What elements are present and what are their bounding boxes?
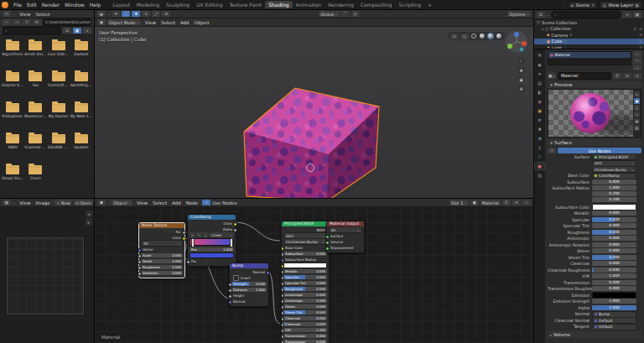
select-box-tool-icon[interactable]: ⬚ xyxy=(122,11,130,17)
outliner-row-cube[interactable]: ◼Cube▽⊙ xyxy=(534,39,644,45)
node-row-transmission-roughness[interactable]: Transmission Roughness0.000 xyxy=(283,339,327,343)
node-row-ior[interactable]: IOR1.450 xyxy=(283,327,327,332)
menu-select[interactable]: Select xyxy=(33,12,52,17)
folder-item[interactable]: Cool VideoSL.. xyxy=(48,39,70,68)
properties-tab-render[interactable]: ◉ xyxy=(535,61,544,68)
menu-add[interactable]: Add xyxy=(169,200,184,205)
move-tool-icon[interactable]: ✥ xyxy=(132,11,140,17)
input-height[interactable]: Height xyxy=(231,293,267,298)
folder-item[interactable]: GanttProject xyxy=(70,70,92,99)
link-tangent[interactable]: Default xyxy=(592,324,636,330)
slider-specular-tint[interactable]: 0.000 xyxy=(592,223,636,228)
preview-shape-shaderball[interactable]: ◉ xyxy=(634,118,640,124)
shading-material-button[interactable] xyxy=(487,33,494,39)
folder-item[interactable]: Updater xyxy=(70,132,92,161)
viewport-canvas[interactable]: User Perspective (1) Collection | Cube ⊙… xyxy=(95,27,533,198)
slider-clearcoat-roughness[interactable]: 0.030 xyxy=(592,268,636,273)
ramp-active-color[interactable] xyxy=(190,252,234,258)
input-volume[interactable]: Volume xyxy=(329,239,362,244)
pivot-point-icon[interactable]: ⊙ xyxy=(450,34,459,39)
preview-section-header[interactable]: ▼ Preview xyxy=(548,81,641,88)
checkbox-icon[interactable] xyxy=(233,275,239,281)
folder-item[interactable]: FromSoftware xyxy=(48,70,70,99)
input-displacement[interactable]: Displacement xyxy=(329,245,362,250)
dropdown-arrow-icon[interactable]: ⌄ xyxy=(13,200,15,205)
sidebar-toggle-icon[interactable]: ◂ xyxy=(86,210,92,217)
preview-shape-cloth[interactable]: ▨ xyxy=(634,125,640,131)
noise-param-scale[interactable]: Scale5.000 xyxy=(141,252,183,257)
ramp-remove-button[interactable]: − xyxy=(196,232,202,237)
outliner-row-collection[interactable]: ▾▢Collection☑⊙ xyxy=(534,26,644,33)
use-nodes-checkbox[interactable]: ✓ xyxy=(202,200,210,205)
node-row-base-color[interactable]: Base Color xyxy=(283,245,327,250)
noise-param-detail[interactable]: Detail2.000 xyxy=(141,258,183,263)
outliner-search-input[interactable]: ⌕ xyxy=(551,11,621,18)
node-row-roughness[interactable]: Roughness0.500 xyxy=(283,286,327,291)
slider-anisotropic[interactable]: 0.000 xyxy=(592,236,636,241)
properties-tab-particles[interactable]: ✱ xyxy=(535,126,544,133)
new-image-button[interactable]: ＋ New xyxy=(55,200,72,205)
node-material-output[interactable]: Material Output All⌄ SurfaceVolumeDispla… xyxy=(326,221,365,253)
slider-anisotropic-rotation[interactable]: 0.000 xyxy=(592,242,636,247)
folder-item[interactable]: Fax xyxy=(24,70,46,99)
options-menu[interactable]: Options⌄ xyxy=(507,11,531,17)
tool-toggle-icon[interactable]: ▸ xyxy=(86,219,92,226)
noise-param-roughness[interactable]: Roughness0.500 xyxy=(141,264,183,269)
outliner-row-scene-collection[interactable]: ▢Scene Collection xyxy=(534,19,644,26)
slider-alpha[interactable]: 1.000 xyxy=(592,305,636,310)
output-color[interactable]: Color xyxy=(190,221,234,226)
slot-specials-button[interactable]: ⌄ xyxy=(633,65,641,70)
bump-invert-checkbox[interactable]: Invert xyxy=(231,275,267,280)
open-image-button[interactable]: 🗀 Open xyxy=(74,200,93,205)
orientation-select[interactable]: Global⌄ xyxy=(319,11,339,17)
filter-icon[interactable]: ⋎ xyxy=(623,12,631,18)
scale-tool-icon[interactable]: ⤢ xyxy=(152,11,160,17)
properties-tab-physics[interactable]: ◔ xyxy=(535,135,544,142)
tab-compositing[interactable]: Compositing xyxy=(357,1,396,8)
slider-clearcoat[interactable]: 0.000 xyxy=(592,261,636,266)
material-slot-row[interactable]: ● Material xyxy=(548,52,631,58)
visibility-icon[interactable]: ⊙ xyxy=(639,45,642,49)
tab-layout[interactable]: Layout xyxy=(109,1,132,8)
node-row-metallic[interactable]: Metallic0.000 xyxy=(283,268,327,273)
color-swatch-emission[interactable] xyxy=(592,292,636,299)
output-bsdf[interactable]: BSDF xyxy=(283,227,327,232)
slot-select[interactable]: Slot 1⌄ xyxy=(449,200,469,205)
output-alpha[interactable]: Alpha xyxy=(190,226,234,231)
volume-section-header[interactable]: ▸ Volume xyxy=(548,331,641,338)
node-row-clearcoat[interactable]: Clearcoat0.000 xyxy=(283,315,327,320)
ramp-add-button[interactable]: ＋ xyxy=(190,232,195,237)
folder-item[interactable]: Dolphin Emul... xyxy=(2,70,23,99)
proportional-edit-icon[interactable]: ◎ xyxy=(351,11,360,17)
material-filter-icon[interactable]: ⋎ xyxy=(633,73,641,79)
menu-select[interactable]: Select xyxy=(150,200,169,205)
menu-node[interactable]: Node xyxy=(184,200,200,205)
menu-view[interactable]: View xyxy=(143,20,158,25)
bump-param-distance[interactable]: Distance1.000 xyxy=(231,287,267,292)
slider-sheen-tint[interactable]: 0.500 xyxy=(592,255,636,260)
thumbnail-view-icon[interactable]: ▦ xyxy=(73,28,81,34)
refresh-button[interactable]: ⟳ xyxy=(33,19,41,25)
properties-tab-scene[interactable]: ◧ xyxy=(535,89,544,96)
menu-select[interactable]: Select xyxy=(158,20,178,25)
properties-tab-object-data[interactable]: ▽ xyxy=(535,153,544,160)
vector-subsurface-radius[interactable]: 1.0000.2000.100 xyxy=(592,185,636,202)
properties-tab-texture[interactable]: ▨ xyxy=(535,172,544,179)
add-slot-button[interactable]: ＋ xyxy=(633,51,641,57)
preview-shape-hair[interactable]: ∿ xyxy=(634,112,640,117)
menu-edit[interactable]: Edit xyxy=(24,2,39,8)
folder-item[interactable]: Zoom xyxy=(24,163,46,192)
transform-tool-icon[interactable]: ⊕ xyxy=(162,11,170,17)
node-row-transmission[interactable]: Transmission0.000 xyxy=(283,333,327,338)
output-color[interactable]: Color xyxy=(141,235,183,240)
uv-grid[interactable] xyxy=(7,237,84,314)
node-row-subsurface-radius[interactable]: Subsurface Radius xyxy=(283,257,327,262)
node-row-clearcoat-roughness[interactable]: Clearcoat Roughness0.030 xyxy=(283,321,327,326)
tab-sculpting[interactable]: Sculpting xyxy=(163,1,193,8)
editor-type-icon[interactable]: ▦ xyxy=(3,200,11,205)
node-row-subsurface-color[interactable] xyxy=(283,262,327,268)
visibility-icon[interactable]: ☑ xyxy=(633,27,636,31)
folder-item[interactable]: Arnok Vision xyxy=(24,39,46,68)
preview-shape-sphere[interactable]: ● xyxy=(634,98,640,104)
node-bump[interactable]: Bump Normal Invert Strength0.500Distance… xyxy=(229,262,269,307)
